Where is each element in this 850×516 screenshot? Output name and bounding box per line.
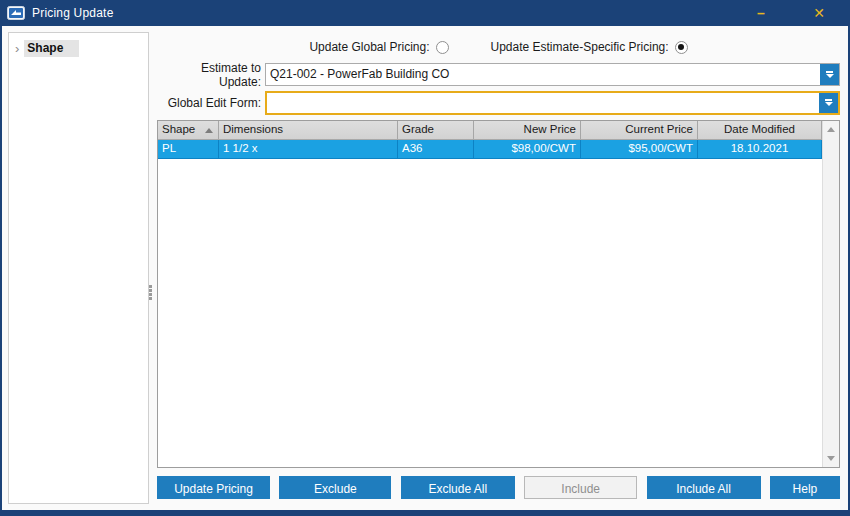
tree-item-shape-label: Shape <box>24 40 79 57</box>
column-header-current-price[interactable]: Current Price <box>581 121 698 139</box>
estimate-pricing-radio-label: Update Estimate-Specific Pricing: <box>491 40 669 54</box>
splitter-dot <box>149 297 152 300</box>
estimate-dropdown-button[interactable] <box>820 64 839 85</box>
dropdown-arrow-icon <box>826 74 834 78</box>
estimate-to-update-combobox[interactable]: Q21-002 - PowerFab Building CO <box>265 63 840 86</box>
main-panel: Update Global Pricing: Update Estimate-S… <box>157 32 840 504</box>
dialog-body: › Shape Update Global Pricing: Update Es… <box>2 26 848 510</box>
exclude-all-button[interactable]: Exclude All <box>401 476 515 499</box>
cell-current-price[interactable]: $95,00/CWT <box>581 140 698 158</box>
column-header-date-modified[interactable]: Date Modified <box>698 121 822 139</box>
app-icon <box>7 6 25 20</box>
exclude-button[interactable]: Exclude <box>279 476 391 499</box>
column-header-new-price[interactable]: New Price <box>474 121 581 139</box>
global-edit-form-label: Global Edit Form: <box>157 96 265 110</box>
pricing-grid: Shape Dimensions Grade New Price Current… <box>157 120 840 468</box>
global-edit-dropdown-button[interactable] <box>819 93 838 113</box>
column-header-shape[interactable]: Shape <box>158 121 219 139</box>
cell-dimensions[interactable]: 1 1/2 x <box>219 140 398 158</box>
minimize-button[interactable]: – <box>744 0 778 26</box>
pricing-mode-options: Update Global Pricing: Update Estimate-S… <box>157 38 840 56</box>
vertical-scrollbar[interactable] <box>822 121 839 467</box>
cell-new-price[interactable]: $98,00/CWT <box>474 140 581 158</box>
dropdown-arrow-icon <box>825 99 832 101</box>
cell-grade[interactable]: A36 <box>398 140 474 158</box>
dropdown-arrow-icon <box>826 71 833 73</box>
window-title: Pricing Update <box>32 6 114 20</box>
column-header-dimensions[interactable]: Dimensions <box>219 121 398 139</box>
scroll-down-icon[interactable] <box>827 456 835 461</box>
estimate-to-update-label: Estimate to Update: <box>157 61 265 89</box>
splitter-dot <box>149 285 152 288</box>
cell-shape[interactable]: PL <box>158 140 219 158</box>
global-pricing-radio[interactable] <box>436 41 449 54</box>
global-edit-form-row: Global Edit Form: <box>157 91 840 114</box>
update-pricing-button[interactable]: Update Pricing <box>157 476 270 499</box>
estimate-pricing-radio[interactable] <box>675 41 688 54</box>
column-header-grade[interactable]: Grade <box>398 121 474 139</box>
chevron-right-icon[interactable]: › <box>15 44 19 54</box>
global-edit-form-value[interactable] <box>267 93 819 113</box>
splitter-dot <box>149 293 152 296</box>
splitter-handle[interactable] <box>149 284 153 310</box>
action-button-row: Update Pricing Exclude Exclude All Inclu… <box>157 476 840 499</box>
grid-header-row: Shape Dimensions Grade New Price Current… <box>158 121 839 140</box>
tree-item-shape[interactable]: › Shape <box>9 33 148 61</box>
estimate-to-update-row: Estimate to Update: Q21-002 - PowerFab B… <box>157 63 840 86</box>
scroll-up-icon[interactable] <box>827 127 835 132</box>
include-button[interactable]: Include <box>524 476 637 499</box>
splitter-dot <box>149 289 152 292</box>
help-button[interactable]: Help <box>770 476 840 499</box>
pricing-update-window: Pricing Update – ✕ › Shape Update Global… <box>0 0 850 516</box>
global-edit-form-combobox[interactable] <box>265 91 840 115</box>
global-pricing-radio-label: Update Global Pricing: <box>309 40 429 54</box>
grid-row-selected[interactable]: PL 1 1/2 x A36 $98,00/CWT $95,00/CWT 18.… <box>158 140 839 159</box>
close-button[interactable]: ✕ <box>802 0 836 26</box>
cell-date-modified[interactable]: 18.10.2021 <box>698 140 822 158</box>
dropdown-arrow-icon <box>825 102 833 106</box>
include-all-button[interactable]: Include All <box>647 476 761 499</box>
titlebar: Pricing Update – ✕ <box>0 0 850 26</box>
sort-ascending-icon <box>205 128 213 133</box>
estimate-to-update-value[interactable]: Q21-002 - PowerFab Building CO <box>266 64 820 85</box>
shape-tree-panel: › Shape <box>8 32 149 504</box>
